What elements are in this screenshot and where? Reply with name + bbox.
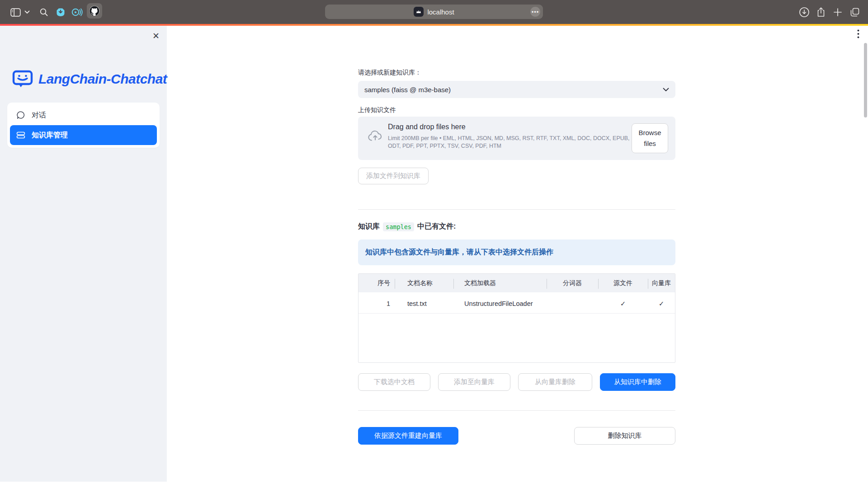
app-logo: LangChain-Chatchat (12, 70, 167, 88)
broadcast-extension-icon[interactable] (71, 6, 83, 19)
kb-bottom-buttons: 依据源文件重建向量库 删除知识库 (358, 427, 675, 445)
logo-chat-icon (12, 70, 33, 88)
delete-from-vector-button[interactable]: 从向量库删除 (518, 373, 592, 391)
sidebar-item-dialogue[interactable]: 对话 (10, 105, 157, 125)
file-action-buttons: 下载选中文档 添加至向量库 从向量库删除 从知识库中删除 (358, 373, 675, 391)
downloads-icon[interactable] (798, 6, 811, 19)
download-selected-button[interactable]: 下载选中文档 (358, 373, 430, 391)
cell-splitter (547, 294, 598, 313)
cell-vector-check: ✓ (648, 294, 675, 313)
sidebar-item-kb-management[interactable]: 知识库管理 (10, 125, 157, 145)
chat-bubble-icon (16, 111, 25, 120)
col-header-index[interactable]: 序号 (359, 274, 395, 292)
sidebar-close-icon[interactable]: ✕ (150, 29, 162, 42)
chevron-down-icon (663, 88, 669, 92)
browse-files-button[interactable]: Browse files (632, 123, 668, 153)
info-text: 知识库中包含源文件与向量库，请从下表中选择文件后操作 (365, 248, 553, 257)
divider (358, 209, 675, 210)
cat-download-extension-icon[interactable] (54, 6, 67, 19)
browser-toolbar: localhost ••• (0, 0, 868, 24)
delete-kb-button[interactable]: 删除知识库 (574, 427, 675, 445)
kb-name-code: samples (383, 222, 414, 231)
kb-selectbox-value: samples (faiss @ m3e-base) (364, 86, 663, 94)
kb-select-label: 请选择或新建知识库： (358, 69, 421, 77)
site-favicon (414, 7, 424, 17)
cell-source-file-check: ✓ (598, 294, 648, 313)
kb-selectbox[interactable]: samples (faiss @ m3e-base) (358, 81, 675, 98)
app-page: ✕ LangChain-Chatchat 对话 (0, 26, 868, 488)
cell-doc-name: test.txt (395, 294, 453, 313)
file-dropzone[interactable]: Drag and drop files here Limit 200MB per… (358, 117, 675, 160)
col-header-source-file[interactable]: 源文件 (598, 274, 648, 292)
heading-suffix: 中已有文件: (417, 222, 456, 231)
app-menu-icon[interactable] (853, 28, 863, 40)
divider (358, 410, 675, 411)
new-tab-icon[interactable] (831, 6, 844, 19)
sidebar: ✕ LangChain-Chatchat 对话 (0, 26, 167, 482)
url-bar[interactable]: localhost ••• (325, 5, 543, 19)
dropzone-limit: Limit 200MB per file • EML, HTML, JSON, … (388, 135, 642, 150)
chevron-down-icon[interactable] (21, 6, 33, 19)
dropzone-title: Drag and drop files here (388, 123, 466, 131)
info-banner: 知识库中包含源文件与向量库，请从下表中选择文件后操作 (358, 239, 675, 265)
cell-loader: UnstructuredFileLoader (453, 294, 547, 313)
col-header-loader[interactable]: 文档加载器 (453, 274, 547, 292)
cloud-upload-icon (368, 131, 382, 141)
heading-prefix: 知识库 (358, 222, 380, 231)
add-files-to-kb-button[interactable]: 添加文件到知识库 (358, 168, 429, 184)
upload-label: 上传知识文件 (358, 106, 396, 114)
table-header-row: 序号 文档名称 文档加载器 分词器 源文件 向量库 (359, 274, 675, 294)
search-icon[interactable] (38, 6, 50, 19)
kb-stack-icon (16, 131, 25, 140)
share-icon[interactable] (815, 6, 827, 19)
page-more-icon[interactable]: ••• (530, 7, 540, 17)
sidebar-item-label: 对话 (32, 111, 46, 120)
table-row[interactable]: 1 test.txt UnstructuredFileLoader ✓ ✓ (359, 294, 675, 314)
files-table: 序号 文档名称 文档加载器 分词器 源文件 向量库 1 test.txt Uns… (358, 273, 675, 363)
kb-files-heading: 知识库 samples 中已有文件: (358, 222, 456, 231)
cell-index: 1 (359, 294, 395, 313)
sidebar-item-label: 知识库管理 (32, 131, 68, 140)
sidebar-toggle-icon[interactable] (9, 6, 22, 19)
main-content: 请选择或新建知识库： samples (faiss @ m3e-base) 上传… (358, 26, 675, 488)
sidebar-menu: 对话 知识库管理 (7, 103, 160, 148)
add-to-vector-button[interactable]: 添加至向量库 (438, 373, 510, 391)
delete-from-kb-button[interactable]: 从知识库中删除 (600, 373, 675, 391)
url-host: localhost (427, 8, 454, 16)
col-header-splitter[interactable]: 分词器 (547, 274, 598, 292)
col-header-vector-store[interactable]: 向量库 (648, 274, 675, 292)
rebuild-vector-store-button[interactable]: 依据源文件重建向量库 (358, 427, 458, 445)
logo-text: LangChain-Chatchat (38, 71, 167, 87)
col-header-doc-name[interactable]: 文档名称 (395, 274, 453, 292)
tabs-overview-icon[interactable] (849, 6, 861, 19)
github-extension-icon[interactable] (87, 3, 102, 19)
scrollbar-thumb[interactable] (864, 43, 867, 117)
